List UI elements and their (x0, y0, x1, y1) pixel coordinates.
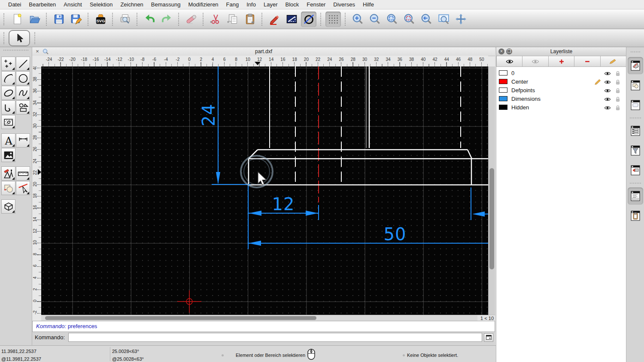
horizontal-scrollbar[interactable] (41, 315, 477, 321)
menu-ansicht[interactable]: Ansicht (60, 1, 86, 8)
line-attributes-button[interactable] (284, 12, 299, 27)
zoom-pan-button[interactable] (453, 12, 468, 27)
menu-layer[interactable]: Layer (260, 1, 282, 8)
menu-block[interactable]: Block (281, 1, 303, 8)
menu-bemassung[interactable]: Bemassung (147, 1, 185, 8)
menu-bar: DateiBearbeitenAnsichtSelektionZeichnenB… (0, 0, 644, 9)
undo-button[interactable] (142, 12, 157, 27)
layer-visibility-eye-icon[interactable] (604, 79, 611, 84)
zoom-previous-button[interactable] (419, 12, 434, 27)
zoom-auto-button[interactable] (384, 12, 400, 27)
zoom-in-button[interactable] (350, 12, 365, 27)
v-ruler-label: 4 (33, 271, 37, 284)
paste-button[interactable] (242, 12, 258, 27)
layer-visibility-eye-icon[interactable] (604, 105, 611, 110)
cut-button[interactable] (208, 12, 223, 27)
draw-points-tool[interactable] (1, 57, 15, 71)
draw-pencil-button[interactable] (267, 12, 282, 27)
draw-polyline-tool[interactable] (1, 100, 15, 115)
remove-layer-button[interactable] (574, 56, 600, 67)
draw-arc-tool[interactable] (1, 71, 15, 85)
open-file-button[interactable] (27, 12, 42, 27)
layer-row-hidden[interactable]: Hidden (496, 103, 626, 112)
new-file-button[interactable] (9, 12, 25, 27)
layer-lock-icon[interactable] (614, 79, 621, 84)
zoom-window-button[interactable] (436, 12, 451, 27)
measure-tools-tool[interactable] (16, 166, 30, 181)
draw-circle-tool[interactable] (16, 71, 30, 85)
menu-info[interactable]: Info (243, 1, 260, 8)
redo-button[interactable] (159, 12, 174, 27)
print-preview-button[interactable] (117, 12, 133, 27)
modify-layer-button[interactable] (601, 56, 626, 67)
menu-fenster[interactable]: Fenster (303, 1, 329, 8)
zoom-out-button[interactable] (367, 12, 383, 27)
save-file-button[interactable] (51, 12, 67, 27)
draw-polygon-tool[interactable] (16, 100, 30, 115)
menu-fang[interactable]: Fang (222, 1, 243, 8)
drawing-canvas[interactable]: 24 12 50 (41, 66, 488, 315)
dock-selection-filter-button[interactable] (628, 142, 643, 159)
layer-row-defpoints[interactable]: Defpoints (496, 86, 626, 94)
keyboard-toggle-button[interactable] (484, 333, 493, 342)
dock-handle[interactable] (631, 51, 640, 52)
layer-lock-icon[interactable] (614, 70, 621, 76)
draw-solid-tool[interactable] (1, 199, 15, 214)
layer-row-center[interactable]: Center (496, 77, 626, 86)
toolbar-handle[interactable] (3, 13, 5, 25)
dock-layer-list-button[interactable] (628, 57, 643, 74)
select-tool-button[interactable] (9, 30, 30, 46)
show-all-layers-button[interactable] (496, 56, 522, 67)
layer-visibility-eye-icon[interactable] (604, 87, 611, 93)
draw-hatch-tool[interactable] (1, 115, 15, 129)
h-ruler-label: -14 (104, 57, 110, 62)
toolbar-handle[interactable] (34, 32, 36, 44)
dock-command-widget-button[interactable] (628, 187, 643, 205)
dock-exploded-view-button[interactable] (628, 162, 643, 179)
save-file-as-button[interactable] (68, 12, 84, 27)
dock-library-browser-button[interactable] (628, 97, 643, 114)
copy-button[interactable] (225, 12, 240, 27)
draw-line-tool[interactable] (16, 57, 30, 71)
layer-row-dimensions[interactable]: Dimensions (496, 94, 626, 103)
grid-toggle-button[interactable] (325, 12, 341, 27)
scrollbar-thumb[interactable] (489, 168, 494, 269)
draw-spline-tool[interactable] (16, 86, 30, 100)
h-ruler-label: -12 (116, 57, 122, 62)
draw-text-tool[interactable]: A (1, 133, 15, 148)
layer-row-0[interactable]: 0 (496, 69, 626, 77)
modify-trim-tool[interactable] (1, 181, 15, 195)
layer-visibility-eye-icon[interactable] (604, 70, 611, 76)
select-entities-tool[interactable] (16, 181, 30, 195)
layer-lock-icon[interactable] (614, 96, 621, 102)
menu-zeichnen[interactable]: Zeichnen (116, 1, 147, 8)
dock-clipboard-panel-button[interactable] (628, 207, 643, 224)
dock-block-list-button[interactable] (628, 77, 643, 94)
toolbar-handle[interactable] (3, 32, 5, 44)
modify-tools-tool[interactable] (1, 166, 15, 181)
delete-entities-button[interactable] (183, 12, 199, 27)
layer-lock-icon[interactable] (614, 87, 621, 93)
menu-selektion[interactable]: Selektion (86, 1, 116, 8)
add-layer-button[interactable] (549, 56, 574, 67)
draw-ellipse-tool[interactable] (1, 86, 15, 100)
menu-bearbeiten[interactable]: Bearbeiten (25, 1, 60, 8)
layer-lock-icon[interactable] (614, 105, 621, 110)
export-svg-button[interactable]: SVG (93, 12, 108, 27)
hide-all-layers-button[interactable] (522, 56, 548, 67)
menu-modifizieren[interactable]: Modifizieren (185, 1, 222, 8)
layer-visibility-eye-icon[interactable] (604, 96, 611, 102)
command-input[interactable] (68, 333, 482, 342)
zoom-selected-button[interactable] (401, 12, 417, 27)
draw-dimension-tool[interactable] (16, 133, 30, 148)
vertical-scrollbar[interactable] (488, 66, 495, 315)
menu-hilfe[interactable]: Hilfe (359, 1, 378, 8)
entity-attributes-button[interactable] (301, 12, 316, 27)
h-ruler-label: 30 (362, 57, 367, 62)
dock-entity-list-button[interactable] (628, 122, 643, 139)
menu-datei[interactable]: Datei (4, 1, 25, 8)
palette-handle[interactable] (3, 50, 28, 54)
scrollbar-thumb[interactable] (45, 316, 316, 320)
insert-image-tool[interactable] (1, 148, 15, 162)
menu-diverses[interactable]: Diverses (329, 1, 359, 8)
